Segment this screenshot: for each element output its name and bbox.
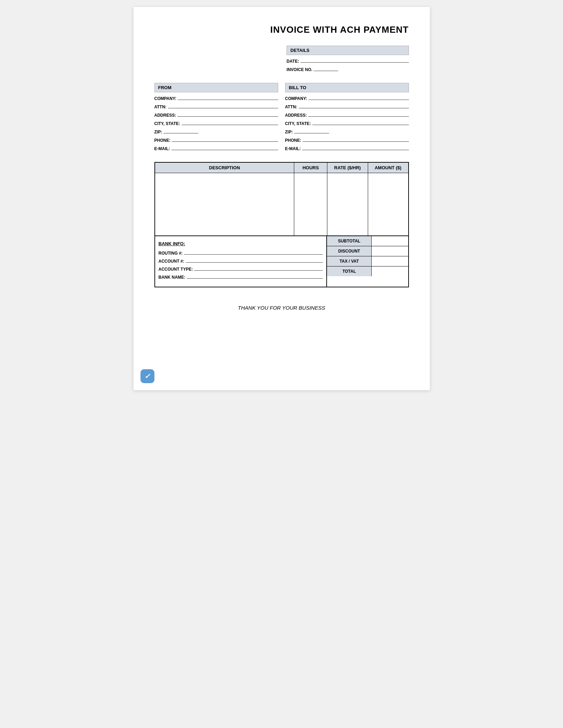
billto-zip-label: ZIP: [285, 130, 293, 134]
invoice-no-field: INVOICE NO. [287, 66, 409, 72]
col-rate-header: RATE ($/HR) [327, 162, 368, 173]
billto-city-state-underline [312, 120, 409, 125]
billto-header: BILL TO [285, 83, 409, 92]
from-address-label: ADDRESS: [154, 113, 176, 118]
from-attn-label: ATTN: [154, 104, 167, 109]
subtotal-value [372, 236, 408, 246]
account-type-label: ACCOUNT TYPE: [159, 267, 193, 272]
total-row: TOTAL [327, 266, 408, 276]
col-amount-header: AMOUNT ($) [368, 162, 409, 173]
tax-value [372, 256, 408, 266]
date-underline [300, 58, 409, 63]
from-company-label: COMPANY: [154, 96, 177, 101]
col-hours-header: HOURS [294, 162, 327, 173]
table-row [155, 173, 409, 236]
page-title: INVOICE WITH ACH PAYMENT [154, 24, 409, 35]
invoice-no-underline [314, 66, 338, 71]
from-zip-label: ZIP: [154, 130, 162, 134]
billto-phone: PHONE: [285, 137, 409, 143]
from-phone-underline [172, 137, 278, 142]
billto-phone-label: PHONE: [285, 138, 302, 143]
billto-company: COMPANY: [285, 95, 409, 101]
from-city-state-underline [182, 120, 278, 125]
rate-cell [327, 173, 368, 236]
billto-city-state-label: CITY, STATE: [285, 121, 311, 126]
thank-you-text: THANK YOU FOR YOUR BUSINESS [154, 305, 409, 311]
from-address: ADDRESS: [154, 112, 278, 118]
from-email-label: E-MAIL: [154, 146, 170, 151]
hours-cell [294, 173, 327, 236]
account-type-underline [194, 266, 323, 271]
from-email-underline [172, 145, 278, 150]
discount-label: DISCOUNT [327, 246, 372, 256]
bank-info-area: BANK INFO: ROUTING #: ACCOUNT #: ACCOUNT… [155, 236, 327, 287]
subtotal-label: SUBTOTAL [327, 236, 372, 246]
billto-phone-underline [303, 137, 409, 142]
bank-name-label: BANK NAME: [159, 275, 185, 280]
invoice-no-label: INVOICE NO. [287, 67, 312, 72]
from-phone-label: PHONE: [154, 138, 171, 143]
details-header: DETAILS [287, 46, 409, 55]
details-box: DETAILS DATE: INVOICE NO. [287, 46, 409, 75]
col-description-header: DESCRIPTION [155, 162, 294, 173]
billto-address-underline [308, 112, 409, 117]
from-email: E-MAIL: [154, 145, 278, 151]
billto-attn-label: ATTN: [285, 104, 297, 109]
billto-attn: ATTN: [285, 103, 409, 109]
tax-label: TAX / VAT [327, 256, 372, 266]
discount-value [372, 246, 408, 256]
amount-cell [368, 173, 409, 236]
from-city-state: CITY, STATE: [154, 120, 278, 126]
billto-zip: ZIP: [285, 129, 409, 134]
billto-city-state: CITY, STATE: [285, 120, 409, 126]
from-zip-underline [163, 129, 198, 133]
total-label: TOTAL [327, 266, 372, 276]
from-attn-underline [168, 103, 278, 108]
from-company: COMPANY: [154, 95, 278, 101]
from-phone: PHONE: [154, 137, 278, 143]
billto-company-underline [309, 95, 409, 100]
date-field: DATE: [287, 58, 409, 64]
app-icon-label: ✓ [144, 372, 150, 380]
bank-name-field: BANK NAME: [159, 274, 323, 280]
account-label: ACCOUNT #: [159, 259, 184, 264]
date-label: DATE: [287, 59, 299, 64]
totals-area: SUBTOTAL DISCOUNT TAX / VAT TOTAL [327, 236, 408, 287]
billto-email-label: E-MAIL: [285, 146, 301, 151]
from-address-underline [177, 112, 278, 117]
details-section: DETAILS DATE: INVOICE NO. [154, 46, 409, 75]
from-zip: ZIP: [154, 129, 278, 134]
desc-cell [155, 173, 294, 236]
from-box: FROM COMPANY: ATTN: ADDRESS: CITY, STATE… [154, 83, 278, 154]
app-icon: ✓ [140, 369, 154, 383]
discount-row: DISCOUNT [327, 246, 408, 256]
billto-box: BILL TO COMPANY: ATTN: ADDRESS: CITY, ST… [285, 83, 409, 154]
subtotal-row: SUBTOTAL [327, 236, 408, 246]
billto-email-underline [302, 145, 409, 150]
routing-underline [184, 250, 323, 255]
routing-field: ROUTING #: [159, 250, 323, 256]
bank-name-underline [187, 274, 323, 279]
billto-company-label: COMPANY: [285, 96, 307, 101]
invoice-table: DESCRIPTION HOURS RATE ($/HR) AMOUNT ($) [154, 162, 409, 236]
bank-info-title: BANK INFO: [159, 241, 323, 246]
account-underline [186, 258, 323, 263]
from-attn: ATTN: [154, 103, 278, 109]
from-bill-section: FROM COMPANY: ATTN: ADDRESS: CITY, STATE… [154, 83, 409, 154]
invoice-page: INVOICE WITH ACH PAYMENT DETAILS DATE: I… [134, 7, 430, 390]
account-field: ACCOUNT #: [159, 258, 323, 264]
table-header-row: DESCRIPTION HOURS RATE ($/HR) AMOUNT ($) [155, 162, 409, 173]
from-company-underline [178, 95, 278, 100]
billto-zip-underline [294, 129, 329, 133]
billto-address: ADDRESS: [285, 112, 409, 118]
tax-row: TAX / VAT [327, 256, 408, 266]
from-city-state-label: CITY, STATE: [154, 121, 180, 126]
billto-address-label: ADDRESS: [285, 113, 307, 118]
billto-email: E-MAIL: [285, 145, 409, 151]
total-value [372, 266, 408, 276]
billto-attn-underline [299, 103, 409, 108]
from-header: FROM [154, 83, 278, 92]
account-type-field: ACCOUNT TYPE: [159, 266, 323, 272]
bottom-section: BANK INFO: ROUTING #: ACCOUNT #: ACCOUNT… [154, 236, 409, 287]
routing-label: ROUTING #: [159, 251, 183, 256]
